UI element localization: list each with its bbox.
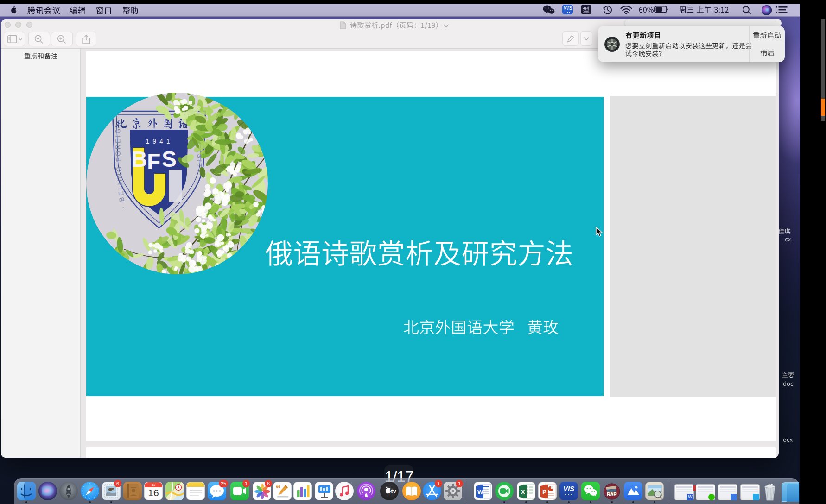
svg-text:W: W (477, 489, 483, 496)
svg-text:1941: 1941 (146, 138, 173, 145)
svg-text:P: P (542, 488, 546, 496)
svg-text:F: F (147, 149, 160, 174)
svg-text:B: B (131, 147, 146, 171)
svg-text:tv: tv (391, 488, 396, 495)
svg-text:RAR: RAR (607, 492, 617, 497)
svg-text:X: X (521, 488, 526, 496)
svg-text:S: S (162, 147, 177, 171)
